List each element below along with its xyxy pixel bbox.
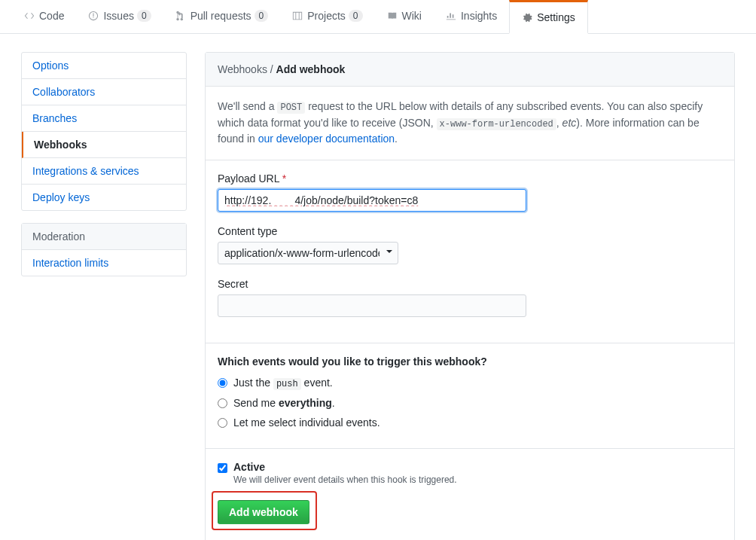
intro-text: We'll send a POST request to the URL bel… <box>218 99 722 148</box>
moderation-menu: Moderation Interaction limits <box>21 223 187 276</box>
sidebar-item-deploykeys[interactable]: Deploy keys <box>22 185 186 210</box>
tab-issues-label: Issues <box>103 10 133 22</box>
tab-settings-label: Settings <box>537 11 575 23</box>
settings-sidebar: Options Collaborators Branches Webhooks … <box>21 52 187 540</box>
radio-just-push[interactable]: Just the push event. <box>218 377 722 389</box>
post-code: POST <box>277 102 305 114</box>
events-section: Which events would you like to trigger t… <box>206 343 734 449</box>
highlight-annotation: Add webhook <box>212 491 317 530</box>
submit-section: Active We will deliver event details whe… <box>206 449 734 540</box>
radio-select-events[interactable]: Let me select individual events. <box>218 416 722 429</box>
sidebar-item-interaction-limits[interactable]: Interaction limits <box>22 250 186 276</box>
secret-label: Secret <box>218 278 722 290</box>
main-panel: Webhooks / Add webhook We'll send a POST… <box>205 52 735 540</box>
content-type-select-wrap: application/x-www-form-urlencoded <box>218 242 398 264</box>
tab-projects[interactable]: Projects 0 <box>280 0 374 33</box>
issue-icon <box>88 11 99 21</box>
code-icon <box>24 11 35 21</box>
active-checkbox[interactable] <box>218 463 227 473</box>
sidebar-item-integrations[interactable]: Integrations & services <box>22 158 186 185</box>
sidebar-item-webhooks[interactable]: Webhooks <box>22 132 186 158</box>
intro-section: We'll send a POST request to the URL bel… <box>206 87 734 160</box>
sidebar-item-options[interactable]: Options <box>22 53 186 79</box>
form-section: Payload URL * Content type application/x… <box>206 160 734 343</box>
active-desc: We will deliver event details when this … <box>233 474 457 485</box>
docs-link[interactable]: our developer documentation <box>258 133 395 145</box>
add-webhook-button[interactable]: Add webhook <box>218 500 309 524</box>
projects-count: 0 <box>349 10 363 22</box>
project-icon <box>292 11 303 21</box>
graph-icon <box>446 11 456 21</box>
payload-url-input[interactable] <box>218 189 526 212</box>
urlencoded-code: x-www-form-urlencoded <box>437 118 556 130</box>
tab-code[interactable]: Code <box>12 0 76 33</box>
content-type-label: Content type <box>218 225 722 237</box>
content-type-group: Content type application/x-www-form-urle… <box>218 225 722 264</box>
breadcrumb-add: Add webhook <box>276 63 346 75</box>
tab-insights[interactable]: Insights <box>434 0 509 33</box>
tab-wiki-label: Wiki <box>402 10 422 22</box>
payload-url-group: Payload URL * <box>218 172 722 212</box>
events-title: Which events would you like to trigger t… <box>218 355 722 368</box>
secret-input[interactable] <box>218 294 526 317</box>
tab-code-label: Code <box>39 10 64 22</box>
issues-count: 0 <box>137 10 151 22</box>
radio-just-push-input[interactable] <box>218 378 227 388</box>
tab-pulls-label: Pull requests <box>191 10 251 22</box>
secret-group: Secret <box>218 278 722 317</box>
settings-menu: Options Collaborators Branches Webhooks … <box>21 52 187 211</box>
sidebar-item-collaborators[interactable]: Collaborators <box>22 79 186 105</box>
radio-everything-input[interactable] <box>218 398 227 408</box>
tab-wiki[interactable]: Wiki <box>375 0 434 33</box>
tab-settings[interactable]: Settings <box>509 0 588 34</box>
book-icon <box>387 11 398 21</box>
sidebar-item-branches[interactable]: Branches <box>22 105 186 132</box>
moderation-heading: Moderation <box>22 224 186 250</box>
required-asterisk: * <box>282 172 286 185</box>
tab-pulls[interactable]: Pull requests 0 <box>163 0 281 33</box>
pull-request-icon <box>175 11 186 21</box>
repo-tabs: Code Issues 0 Pull requests 0 Projects 0… <box>0 0 756 34</box>
content-container: Options Collaborators Branches Webhooks … <box>9 52 747 540</box>
payload-url-label: Payload URL * <box>218 172 722 185</box>
tab-insights-label: Insights <box>461 10 497 22</box>
radio-select-events-input[interactable] <box>218 418 227 428</box>
breadcrumb: Webhooks / Add webhook <box>206 53 734 87</box>
tab-issues[interactable]: Issues 0 <box>76 0 163 33</box>
active-label: Active <box>233 461 265 473</box>
radio-everything[interactable]: Send me everything. <box>218 397 722 409</box>
breadcrumb-sep: / <box>267 63 276 75</box>
gear-icon <box>522 12 532 23</box>
content-type-select[interactable]: application/x-www-form-urlencoded <box>218 242 398 264</box>
tab-projects-label: Projects <box>307 10 346 22</box>
pulls-count: 0 <box>255 10 269 22</box>
breadcrumb-webhooks[interactable]: Webhooks <box>218 63 267 75</box>
active-checkbox-row[interactable]: Active We will deliver event details whe… <box>218 461 722 485</box>
